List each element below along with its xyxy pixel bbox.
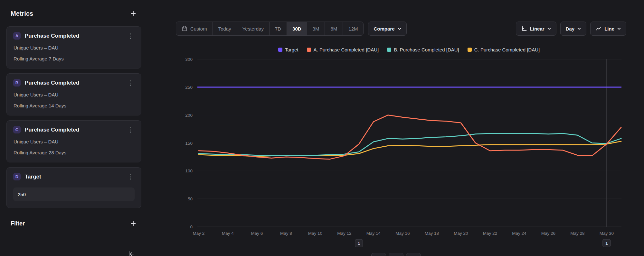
- metric-card-head: D Target ⋮: [13, 173, 135, 180]
- scale-button[interactable]: Linear: [516, 22, 556, 36]
- compare-button[interactable]: Compare: [368, 22, 406, 36]
- x-tick-label: May 16: [395, 231, 410, 236]
- metric-letter-badge: C: [13, 126, 21, 133]
- metrics-header: Metrics: [6, 10, 141, 17]
- x-tick-label: May 4: [222, 231, 234, 236]
- metric-card-a[interactable]: A Purchase Completed ⋮ Unique Users – DA…: [6, 26, 141, 69]
- legend-swatch: [307, 48, 311, 52]
- annotations-icon[interactable]: [371, 253, 386, 256]
- chart-legend: TargetA. Purchase Completed [DAU]B. Purc…: [148, 47, 644, 52]
- annotation-badge[interactable]: 1: [355, 239, 363, 247]
- series-line[interactable]: [199, 115, 621, 159]
- kebab-menu-icon[interactable]: ⋮: [127, 80, 135, 86]
- filter-title: Filter: [11, 220, 25, 227]
- chart-display-controls: Linear Day Line: [516, 22, 626, 36]
- annotation-badge[interactable]: 1: [603, 239, 611, 247]
- chart-type-label: Line: [604, 26, 614, 32]
- range-today[interactable]: Today: [213, 22, 237, 35]
- range-label: Today: [218, 26, 231, 32]
- scale-label: Linear: [530, 26, 545, 32]
- sidebar: Metrics A Purchase Completed ⋮ Unique Us…: [0, 0, 148, 256]
- y-tick-label: 250: [185, 85, 193, 90]
- metric-card-b[interactable]: B Purchase Completed ⋮ Unique Users – DA…: [6, 73, 141, 115]
- x-tick-label: May 2: [193, 231, 205, 236]
- metric-card-head: B Purchase Completed ⋮: [13, 79, 135, 87]
- range-label: 6M: [330, 26, 337, 32]
- y-tick-label: 0: [190, 224, 193, 229]
- chart-canvas: 050100150200250300May 2May 4May 6May 8Ma…: [148, 55, 644, 256]
- x-tick-label: May 14: [366, 231, 381, 236]
- metric-card-c[interactable]: C Purchase Completed ⋮ Unique Users – DA…: [6, 120, 141, 162]
- range-7d[interactable]: 7D: [269, 22, 287, 35]
- plus-icon: [130, 11, 136, 16]
- target-title: Target: [25, 174, 127, 180]
- metric-measurement[interactable]: Unique Users – DAU: [13, 92, 135, 97]
- segments-icon[interactable]: [389, 253, 403, 256]
- metric-aggregation[interactable]: Rolling Average 14 Days: [13, 103, 135, 108]
- range-label: 3M: [313, 26, 319, 32]
- legend-label: Target: [285, 47, 298, 52]
- calendar-icon: [182, 26, 187, 32]
- chart-type-button[interactable]: Line: [590, 22, 626, 36]
- compare-label: Compare: [374, 26, 394, 32]
- chart-toolbar: CustomTodayYesterday7D30D3M6M12M Compare…: [176, 22, 626, 36]
- kebab-menu-icon[interactable]: ⋮: [127, 174, 135, 180]
- metric-aggregation[interactable]: Rolling Average 28 Days: [13, 150, 135, 155]
- target-card[interactable]: D Target ⋮: [6, 167, 141, 208]
- metric-title: Purchase Completed: [25, 80, 127, 86]
- chevron-down-icon: [547, 28, 551, 30]
- metrics-title: Metrics: [11, 10, 33, 17]
- chevron-down-icon: [617, 28, 621, 30]
- x-tick-label: May 8: [280, 231, 292, 236]
- legend-item[interactable]: B. Purchase Completed [DAU]: [387, 47, 459, 52]
- y-tick-label: 150: [185, 141, 193, 146]
- interval-button[interactable]: Day: [560, 22, 587, 36]
- y-tick-label: 50: [188, 197, 193, 201]
- expand-icon[interactable]: [406, 253, 421, 256]
- kebab-menu-icon[interactable]: ⋮: [127, 33, 135, 39]
- range-30d[interactable]: 30D: [287, 22, 307, 35]
- add-metric-button[interactable]: [129, 10, 137, 17]
- range-yesterday[interactable]: Yesterday: [237, 22, 269, 35]
- range-3m[interactable]: 3M: [307, 22, 325, 35]
- line-chart-icon: [596, 26, 601, 32]
- y-tick-label: 100: [185, 169, 193, 173]
- collapse-sidebar-icon[interactable]: [128, 251, 135, 256]
- range-12m[interactable]: 12M: [343, 22, 363, 35]
- range-custom[interactable]: Custom: [176, 22, 213, 35]
- legend-label: A. Purchase Completed [DAU]: [314, 47, 379, 52]
- range-label: 7D: [275, 26, 281, 32]
- metric-aggregation[interactable]: Rolling Average 7 Days: [13, 56, 135, 61]
- chevron-down-icon: [577, 28, 581, 30]
- range-label: Custom: [190, 26, 207, 32]
- x-tick-label: May 6: [251, 231, 263, 236]
- series-line[interactable]: [199, 141, 621, 156]
- range-label: 12M: [348, 26, 358, 32]
- target-value-input[interactable]: [13, 187, 135, 201]
- x-tick-label: May 20: [454, 231, 468, 236]
- chart-footer-tools: [148, 253, 644, 256]
- x-tick-label: May 22: [483, 231, 497, 236]
- legend-item[interactable]: A. Purchase Completed [DAU]: [307, 47, 379, 52]
- legend-swatch: [387, 48, 391, 52]
- range-6m[interactable]: 6M: [325, 22, 343, 35]
- legend-item[interactable]: Target: [278, 47, 298, 52]
- legend-swatch: [278, 48, 282, 52]
- axis-icon: [521, 26, 527, 32]
- legend-item[interactable]: C. Purchase Completed [DAU]: [468, 47, 540, 52]
- kebab-menu-icon[interactable]: ⋮: [127, 127, 135, 133]
- metric-letter-badge: D: [13, 173, 21, 180]
- x-tick-label: May 12: [337, 231, 351, 236]
- plus-icon: [130, 221, 136, 226]
- x-tick-label: May 30: [600, 231, 614, 236]
- metric-measurement[interactable]: Unique Users – DAU: [13, 139, 135, 144]
- metric-title: Purchase Completed: [25, 33, 127, 39]
- x-tick-label: May 24: [512, 231, 526, 236]
- y-tick-label: 200: [185, 113, 193, 118]
- svg-text:1: 1: [605, 241, 608, 246]
- y-tick-label: 300: [185, 57, 193, 62]
- legend-label: C. Purchase Completed [DAU]: [474, 47, 540, 52]
- metric-card-head: A Purchase Completed ⋮: [13, 32, 135, 40]
- metric-measurement[interactable]: Unique Users – DAU: [13, 45, 135, 50]
- add-filter-button[interactable]: [129, 220, 137, 227]
